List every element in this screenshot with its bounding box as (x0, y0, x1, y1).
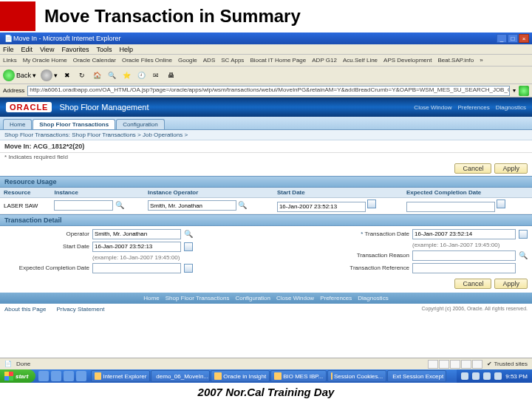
calendar-icon[interactable] (367, 200, 376, 208)
apply-button[interactable]: Apply (494, 163, 528, 174)
menu-view[interactable]: View (40, 46, 54, 53)
refresh-icon[interactable]: ↻ (77, 70, 87, 81)
tab-shop-floor-transactions[interactable]: Shop Floor Transactions (33, 119, 115, 129)
footer-link-close[interactable]: Close Window (276, 295, 314, 301)
apply-button[interactable]: Apply (494, 279, 528, 289)
link-adp[interactable]: ADP G12 (312, 57, 337, 64)
menu-tools[interactable]: Tools (96, 46, 112, 53)
link-beatsap[interactable]: Beat.SAP.info (437, 57, 474, 64)
transaction-reference-field[interactable] (412, 263, 516, 273)
ecd-field[interactable] (92, 263, 181, 273)
link-oracle-calendar[interactable]: Oracle Calendar (73, 57, 116, 64)
start-button[interactable]: start (0, 369, 35, 383)
start-date-input[interactable] (277, 202, 366, 212)
favorites-icon[interactable]: ⭐ (121, 70, 132, 81)
shield-icon: ✔ (487, 361, 492, 367)
footer-link-diag[interactable]: Diagnostics (358, 295, 388, 301)
windows-flag-icon (4, 372, 13, 381)
footer-link-config[interactable]: Configuration (235, 295, 270, 301)
mail-icon[interactable]: ✉ (151, 70, 161, 81)
task-item[interactable]: demo_06_MoveIn... (151, 370, 210, 382)
task-item[interactable]: Session Cookies... (327, 370, 386, 382)
menu-help[interactable]: Help (119, 46, 133, 53)
lov-icon[interactable]: 🔍 (238, 200, 247, 209)
about-this-page-link[interactable]: About this Page (4, 306, 46, 313)
search-icon[interactable]: 🔍 (106, 70, 117, 81)
link-acuself[interactable]: Acu.Self Line (343, 57, 378, 64)
task-item[interactable]: BIO MES IBP... (270, 370, 327, 382)
close-button[interactable]: × (519, 34, 529, 43)
status-panes (428, 360, 482, 369)
home-icon[interactable]: 🏠 (92, 70, 102, 81)
privacy-statement-link[interactable]: Privacy Statement (56, 306, 104, 313)
forward-icon (41, 69, 52, 81)
task-item[interactable]: Ext Session Except (387, 370, 446, 382)
link-ithome[interactable]: Biocat IT Home Page (250, 57, 306, 64)
maximize-button[interactable]: □ (508, 34, 518, 43)
link-oracle-files[interactable]: Oracle Files Online (122, 57, 172, 64)
toplink-preferences[interactable]: Preferences (458, 104, 490, 111)
calendar-icon[interactable] (497, 200, 505, 208)
task-label: Internet Explorer (103, 373, 146, 380)
breadcrumb[interactable]: Shop Floor Transactions: Shop Floor Tran… (0, 130, 532, 140)
app-icon (274, 372, 282, 380)
link-scapps[interactable]: SC Apps (221, 57, 244, 64)
tray-icon[interactable] (494, 372, 502, 380)
instance-input[interactable] (54, 200, 113, 211)
start-date-field[interactable] (92, 242, 181, 252)
link-apsdev[interactable]: APS Development (383, 57, 432, 64)
footer-link-home[interactable]: Home (143, 295, 159, 301)
task-item[interactable]: Internet Explorer (91, 370, 150, 382)
tab-configuration[interactable]: Configuration (116, 119, 165, 129)
menu-favorites[interactable]: Favorites (61, 46, 89, 53)
cancel-button[interactable]: Cancel (454, 279, 491, 289)
toplink-close-window[interactable]: Close Window (414, 104, 451, 111)
ql-icon[interactable] (51, 371, 61, 381)
ecd-input[interactable] (406, 202, 495, 212)
task-item[interactable]: Oracle in Insight (211, 370, 270, 382)
ql-icon[interactable] (64, 371, 74, 381)
lov-icon[interactable]: 🔍 (519, 251, 528, 260)
slide-accent-box (0, 1, 35, 31)
tray-icon[interactable] (483, 372, 491, 380)
ql-icon[interactable] (76, 371, 86, 381)
links-overflow[interactable]: » (480, 57, 482, 64)
calendar-icon[interactable] (184, 264, 193, 273)
lov-icon[interactable]: 🔍 (184, 230, 193, 239)
link-google[interactable]: Google (178, 57, 197, 64)
tab-home[interactable]: Home (3, 119, 32, 129)
lov-icon[interactable]: 🔍 (115, 200, 124, 209)
footer-link-prefs[interactable]: Preferences (320, 295, 352, 301)
back-button[interactable]: Back ▾ (3, 69, 36, 81)
start-date-example: (example: 16-Jan-2007 19:45:00) (92, 254, 180, 261)
tray-icon[interactable] (472, 372, 480, 380)
print-icon[interactable]: 🖶 (166, 70, 176, 81)
forward-button[interactable]: ▾ (41, 69, 58, 81)
link-oracle-home[interactable]: My Oracle Home (23, 57, 67, 64)
go-button[interactable] (519, 86, 529, 96)
oracle-logo: ORACLE (6, 102, 52, 112)
col-resource: Resource (0, 188, 50, 198)
operator-field[interactable] (92, 229, 181, 239)
task-label: demo_06_MoveIn... (156, 373, 208, 380)
address-dropdown-icon[interactable]: ▾ (513, 87, 516, 94)
toplink-diagnostics[interactable]: Diagnostics (496, 104, 526, 111)
calendar-icon[interactable] (184, 242, 193, 251)
transaction-reason-field[interactable] (412, 250, 516, 261)
transaction-date-field[interactable] (412, 229, 516, 239)
tray-icon[interactable] (461, 372, 468, 380)
ql-icon[interactable] (38, 371, 49, 381)
address-input[interactable]: http://a6061.oradbapp.com/OA_HTML/OA.jsp… (27, 86, 510, 96)
menu-edit[interactable]: Edit (21, 46, 33, 53)
history-icon[interactable]: 🕘 (136, 70, 146, 81)
minimize-button[interactable]: _ (497, 34, 507, 43)
calendar-icon[interactable] (519, 230, 528, 239)
windows-taskbar: start Internet Explorer demo_06_MoveIn..… (0, 369, 532, 383)
link-ads[interactable]: ADS (203, 57, 215, 64)
stop-icon[interactable]: ✖ (62, 70, 72, 81)
instance-operator-input[interactable] (148, 200, 236, 211)
cancel-button[interactable]: Cancel (454, 163, 491, 174)
table-row: LASER SAW 🔍 🔍 (0, 198, 532, 214)
menu-file[interactable]: File (3, 46, 14, 53)
footer-link-sft[interactable]: Shop Floor Transactions (166, 295, 230, 301)
